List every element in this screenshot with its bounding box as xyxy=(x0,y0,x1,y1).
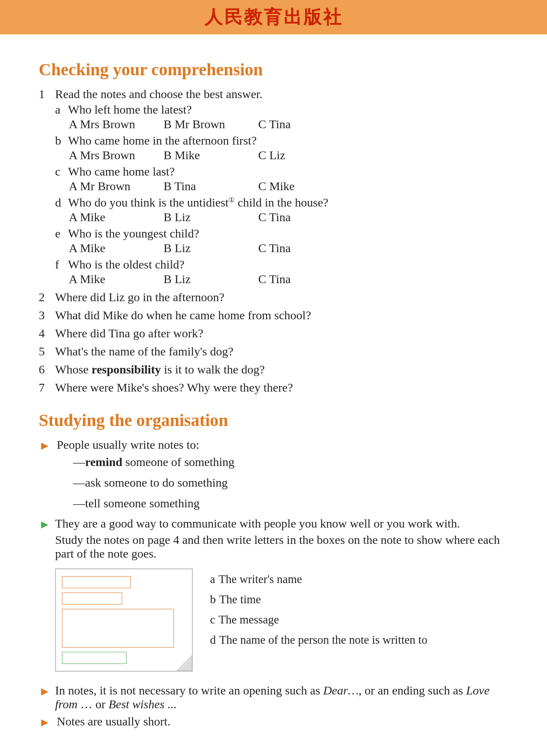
note-box-large xyxy=(62,609,174,648)
q1c-opt-b: B Tina xyxy=(164,179,258,193)
q1f-opt-a: A Mike xyxy=(69,272,164,286)
question-5: 5 What's the name of the family's dog? xyxy=(39,345,508,358)
q1a-text: Who left home the latest? xyxy=(68,103,192,117)
q1c-letter: c xyxy=(55,165,68,179)
q1b-opt-c: C Liz xyxy=(258,148,285,162)
q1e-opt-b: B Liz xyxy=(164,241,258,255)
q1b-opt-b: B Mike xyxy=(164,148,258,162)
q1c-options: A Mr Brown B Tina C Mike xyxy=(69,179,508,193)
q1b-letter: b xyxy=(55,134,68,148)
q1f-options: A Mike B Liz C Tina xyxy=(69,272,508,286)
main-content: Checking your comprehension 1 Read the n… xyxy=(0,34,547,756)
arrow-icon-3: ► xyxy=(39,685,49,698)
q1b-options: A Mrs Brown B Mike C Liz xyxy=(69,148,508,162)
q1-sub-d: d Who do you think is the untidiest① chi… xyxy=(55,196,508,210)
bullet-3-content: In notes, it is not necessary to write a… xyxy=(55,684,508,711)
note-label-b-text: The time xyxy=(219,593,261,606)
section2: Studying the organisation ► People usual… xyxy=(39,410,508,729)
q1d-opt-a: A Mike xyxy=(69,210,164,224)
q5-text: What's the name of the family's dog? xyxy=(55,345,233,358)
sub-bullet-1c: —tell someone something xyxy=(73,493,235,514)
q1-num: 1 xyxy=(39,87,55,101)
q1c-text: Who came home last? xyxy=(68,165,175,179)
q1f-opt-b: B Liz xyxy=(164,272,258,286)
note-fold xyxy=(176,655,192,671)
note-label-a-text: The writer's name xyxy=(219,573,302,586)
q3-text: What did Mike do when he came home from … xyxy=(55,309,311,322)
q1c-opt-a: A Mr Brown xyxy=(69,179,164,193)
q1-sub-e: e Who is the youngest child? xyxy=(55,227,508,241)
header-banner: 人民教育出版社 xyxy=(0,0,547,34)
q1e-opt-a: A Mike xyxy=(69,241,164,255)
bullet-1-content: People usually write notes to: —remind s… xyxy=(57,438,235,513)
note-label-d: d The name of the person the note is wri… xyxy=(210,633,427,647)
bullet-4-content: Notes are usually short. xyxy=(57,715,170,728)
q4-num: 4 xyxy=(39,327,55,340)
q1-text: Read the notes and choose the best answe… xyxy=(55,87,263,101)
header-title: 人民教育出版社 xyxy=(204,5,343,29)
q1b-opt-a: A Mrs Brown xyxy=(69,148,164,162)
note-label-c-text: The message xyxy=(219,613,279,626)
note-label-a: a The writer's name xyxy=(210,573,427,586)
note-labels: a The writer's name b The time c The mes… xyxy=(210,568,427,647)
bullet-2-text: They are a good way to communicate with … xyxy=(55,517,508,531)
question-3: 3 What did Mike do when he came home fro… xyxy=(39,309,508,322)
arrow-icon-1: ► xyxy=(39,439,51,453)
note-label-d-letter: d xyxy=(210,633,216,647)
section1-heading: Checking your comprehension xyxy=(39,59,508,80)
arrow-icon-4: ► xyxy=(39,716,51,729)
q1c-opt-c: C Mike xyxy=(258,179,295,193)
q3-num: 3 xyxy=(39,309,55,322)
q1-sub-b: b Who came home in the afternoon first? xyxy=(55,134,508,148)
q1e-options: A Mike B Liz C Tina xyxy=(69,241,508,255)
arrow-icon-2: ► xyxy=(39,518,49,531)
q1-sub-f: f Who is the oldest child? xyxy=(55,258,508,272)
q1d-opt-c: C Tina xyxy=(258,210,291,224)
note-label-a-letter: a xyxy=(210,573,215,586)
q1f-letter: f xyxy=(55,258,68,272)
note-label-d-text: The name of the person the note is writt… xyxy=(219,633,428,647)
q1f-opt-c: C Tina xyxy=(258,272,291,286)
q4-text: Where did Tina go after work? xyxy=(55,327,203,340)
note-label-b: b The time xyxy=(210,593,427,606)
bullet-2: ► They are a good way to communicate wit… xyxy=(39,517,508,561)
q1d-opt-b: B Liz xyxy=(164,210,258,224)
q1f-text: Who is the oldest child? xyxy=(68,258,185,272)
q7-num: 7 xyxy=(39,381,55,395)
italic-dear: Dear… xyxy=(323,684,358,697)
italic-best: Best wishes xyxy=(108,697,164,711)
question-6: 6 Whose responsibility is it to walk the… xyxy=(39,363,508,376)
q1d-text: Who do you think is the untidiest① child… xyxy=(68,196,328,210)
note-box-bottom xyxy=(62,652,127,664)
bullet-1: ► People usually write notes to: —remind… xyxy=(39,438,508,513)
note-box-top xyxy=(62,576,131,588)
note-label-c: c The message xyxy=(210,613,427,626)
q6-text: Whose responsibility is it to walk the d… xyxy=(55,363,265,376)
q5-num: 5 xyxy=(39,345,55,358)
q1a-opt-c: C Tina xyxy=(258,117,291,131)
bullet-2-content: They are a good way to communicate with … xyxy=(55,517,508,561)
bullet-2-extra: Study the notes on page 4 and then write… xyxy=(55,533,508,561)
note-diagram xyxy=(55,568,193,672)
q2-text: Where did Liz go in the afternoon? xyxy=(55,290,224,304)
q1a-opt-a: A Mrs Brown xyxy=(69,117,164,131)
note-label-b-letter: b xyxy=(210,593,216,606)
question-1: 1 Read the notes and choose the best ans… xyxy=(39,87,508,286)
bullet-4: ► Notes are usually short. xyxy=(39,715,508,729)
remind-bold: remind xyxy=(85,455,123,469)
q1a-options: A Mrs Brown B Mr Brown C Tina xyxy=(69,117,508,131)
q1d-letter: d xyxy=(55,196,68,210)
q1d-options: A Mike B Liz C Tina xyxy=(69,210,508,224)
note-box-mid1 xyxy=(62,592,122,605)
note-diagram-row: a The writer's name b The time c The mes… xyxy=(55,568,508,672)
q7-text: Where were Mike's shoes? Why were they t… xyxy=(55,381,293,395)
bullet-3: ► In notes, it is not necessary to write… xyxy=(39,684,508,711)
q1a-letter: a xyxy=(55,103,68,117)
q1e-opt-c: C Tina xyxy=(258,241,291,255)
question-4: 4 Where did Tina go after work? xyxy=(39,327,508,340)
sub-bullet-1b: —ask someone to do something xyxy=(73,472,235,493)
q1e-text: Who is the youngest child? xyxy=(68,227,199,241)
question-2: 2 Where did Liz go in the afternoon? xyxy=(39,290,508,304)
q1-sub-c: c Who came home last? xyxy=(55,165,508,179)
q6-bold: responsibility xyxy=(92,363,161,376)
